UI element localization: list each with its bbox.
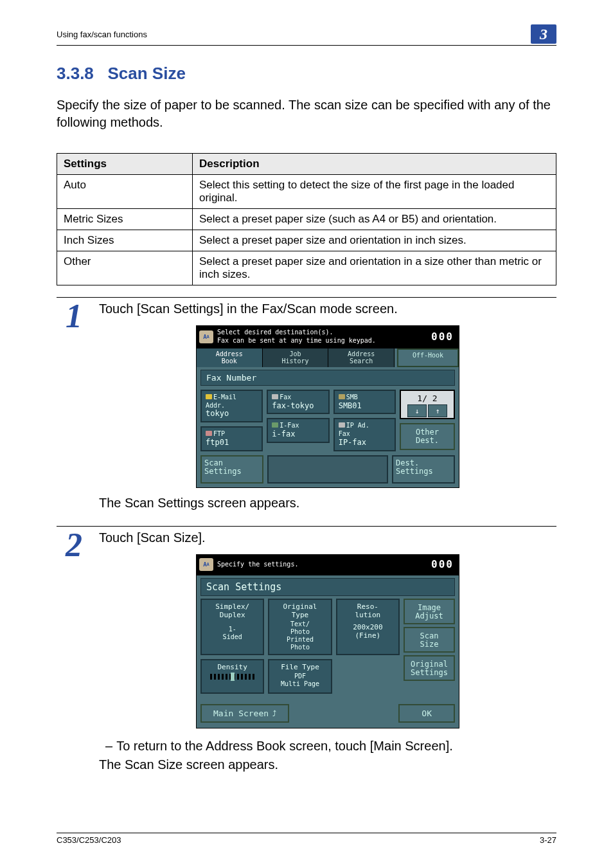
other-dest-button[interactable]: Other Dest. <box>400 423 455 450</box>
step-result: The Scan Size screen appears. <box>99 757 556 772</box>
dest-ipfax-button[interactable]: IP Ad. Fax IP-fax <box>333 418 396 451</box>
step-number: 2 <box>57 530 82 561</box>
step-instruction: Touch [Scan Settings] in the Fax/Scan mo… <box>99 302 556 316</box>
pager: 1/ 2 ↓ ↑ <box>400 390 455 419</box>
image-adjust-button[interactable]: Image Adjust <box>404 599 455 624</box>
dest-ftp-button[interactable]: FTP ftp01 <box>200 426 263 451</box>
section-number: 3.3.8 <box>57 64 94 83</box>
ipfax-icon <box>339 422 345 428</box>
email-icon <box>206 394 212 399</box>
aa-icon: AA <box>199 558 213 571</box>
chapter-number-badge: 3 <box>531 24 556 44</box>
dest-fax-button[interactable]: Fax fax-tokyo <box>267 390 329 414</box>
scan-size-button[interactable]: Scan Size <box>404 627 455 653</box>
off-hook-button[interactable]: Off-Hook <box>397 348 459 367</box>
simplex-duplex-button[interactable]: Simplex/ Duplex 1- Sided <box>200 599 264 655</box>
setting-name: Other <box>57 251 193 285</box>
section-intro: Specify the size of paper to be scanned.… <box>57 96 556 131</box>
setting-name: Metric Sizes <box>57 209 193 230</box>
col-header-settings: Settings <box>57 154 193 175</box>
section-name: Scan Size <box>108 64 186 83</box>
dest-email-button[interactable]: E-Mail Addr. tokyo <box>200 390 263 422</box>
scan-settings-title: Scan Settings <box>200 578 455 596</box>
setting-desc: Select a preset paper size and orientati… <box>193 230 556 251</box>
smb-icon <box>339 394 345 399</box>
tab-address-search[interactable]: Address Search <box>328 348 395 367</box>
ifax-icon <box>272 422 278 428</box>
density-indicator <box>210 674 255 680</box>
step-instruction: Touch [Scan Size]. <box>99 530 556 545</box>
original-settings-button[interactable]: Original Settings <box>404 655 455 681</box>
dest-settings-button[interactable]: Dest. Settings <box>392 455 455 484</box>
return-arrow-icon: ⤴ <box>272 709 276 718</box>
section-title: 3.3.8 Scan Size <box>57 64 556 84</box>
table-row: Metric Sizes Select a preset paper size … <box>57 209 556 230</box>
running-header-text: Using fax/scan functions <box>57 30 147 39</box>
main-screen-button[interactable]: Main Screen⤴ <box>200 704 289 723</box>
page-up-button[interactable]: ↑ <box>428 404 447 417</box>
ftp-icon <box>206 431 212 436</box>
footer-page: 3-27 <box>540 835 556 845</box>
settings-table: Settings Description Auto Select this se… <box>57 153 556 285</box>
scan-settings-button[interactable]: Scan Settings <box>200 455 263 484</box>
density-button[interactable]: Density <box>200 659 264 694</box>
fax-number-field[interactable]: Fax Number <box>200 370 455 386</box>
setting-desc: Select a preset paper size and orientati… <box>193 251 556 285</box>
resolution-button[interactable]: Reso- lution 200x200 (Fine) <box>336 599 400 655</box>
dest-ifax-button[interactable]: I-Fax i-fax <box>267 418 329 442</box>
table-row: Other Select a preset paper size and ori… <box>57 251 556 285</box>
step-substep: –To return to the Address Book screen, t… <box>99 739 556 754</box>
empty-area <box>267 455 388 484</box>
tab-job-history[interactable]: Job History <box>263 348 329 367</box>
step-result: The Scan Settings screen appears. <box>99 496 556 511</box>
page-down-button[interactable]: ↓ <box>407 404 427 417</box>
ok-button[interactable]: OK <box>398 704 455 723</box>
step-number: 1 <box>57 302 82 332</box>
table-row: Auto Select this setting to detect the s… <box>57 175 556 209</box>
screen-message: Specify the settings. <box>217 561 298 568</box>
setting-desc: Select this setting to detect the size o… <box>193 175 556 209</box>
fax-icon <box>272 394 278 399</box>
counter: 000 <box>431 330 454 343</box>
aa-icon: AA <box>199 330 213 343</box>
file-type-button[interactable]: File Type PDF Multi Page <box>268 659 332 694</box>
fax-scan-mode-screen: AA Select desired destination(s). Fax ca… <box>196 325 459 488</box>
col-header-description: Description <box>193 154 556 175</box>
setting-desc: Select a preset paper size (such as A4 o… <box>193 209 556 230</box>
tab-address-book[interactable]: Address Book <box>197 348 263 367</box>
setting-name: Auto <box>57 175 193 209</box>
table-row: Inch Sizes Select a preset paper size an… <box>57 230 556 251</box>
screen-message: Select desired destination(s). Fax can b… <box>217 329 376 345</box>
counter: 000 <box>431 558 454 570</box>
footer-model: C353/C253/C203 <box>57 835 121 845</box>
scan-settings-screen: AA Specify the settings. 000 Scan Settin… <box>196 554 459 728</box>
original-type-button[interactable]: Original Type Text/ Photo Printed Photo <box>268 599 332 655</box>
setting-name: Inch Sizes <box>57 230 193 251</box>
dest-smb-button[interactable]: SMB SMB01 <box>333 390 396 414</box>
